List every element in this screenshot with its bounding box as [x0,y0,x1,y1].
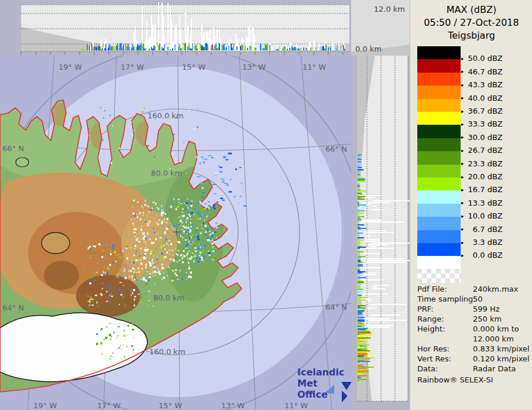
height-min-label: 0.0 km [355,45,382,53]
radar-map-image: 19° W17° W15° W13° W11° W19° W17° W15° W… [0,0,351,410]
scale-arrow-icon: ▸ [461,252,464,258]
info-label: Data: [417,364,438,373]
dbz-scale-entry: ▸46.7 dBZ [461,67,503,76]
scale-arrow-icon: ▸ [461,108,464,114]
radar-map-panel: 19° W17° W15° W13° W11° W19° W17° W15° W… [0,0,351,410]
map-grid-label: 64° N [325,303,347,312]
height-max-label: 12.0 km [374,5,405,13]
map-grid-label: 13° W [242,63,266,71]
small-icecap-outline [16,158,29,167]
info-label: Hor Res: [417,344,449,353]
info-value: 240km.max [473,285,518,293]
dbz-scale-entry: ▸33.3 dBZ [461,119,503,128]
small-icecap-outline [42,233,70,254]
scale-arrow-icon: ▸ [461,148,464,153]
scale-arrow-icon: ▸ [461,226,464,232]
map-grid-label: 17° W [97,401,121,410]
info-label: Time sampling: [417,295,476,303]
dbz-scale-entry: ▸43.3 dBZ [461,80,503,89]
info-value: 599 Hz [473,305,500,313]
info-label: Vert Res: [417,354,451,363]
radar-application-window: 19° W17° W15° W13° W11° W19° W17° W15° W… [0,0,532,410]
map-grid-label: 19° W [33,401,57,410]
map-grid-label: 19° W [59,63,82,71]
info-row: Data:Radar Data [417,364,531,374]
map-grid-label: 66° N [2,144,24,153]
dbz-scale-entry: ▸3.3 dBZ [461,238,503,247]
imo-logo-line2: Office [297,389,351,400]
info-value: 0.000 km to [473,324,519,333]
map-grid-label: 11° W [303,63,326,71]
dbz-scale-entry: ▸50.0 dBZ [461,54,503,63]
map-grid-label: 66° N [325,145,347,153]
scale-arrow-icon: ▸ [461,213,464,219]
dbz-scale-labels: ▸50.0 dBZ▸46.7 dBZ▸43.3 dBZ▸40.0 dBZ▸36.… [410,0,532,281]
dbz-scale-entry: ▸10.0 dBZ [461,211,503,220]
info-row: Height:0.000 km to [417,324,531,334]
scale-arrow-icon: ▸ [461,174,464,180]
info-label: PRF: [417,305,434,313]
map-grid-label: 80.0 km [151,169,182,177]
dbz-scale-entry: ▸16.7 dBZ [461,185,503,194]
map-grid-label: 15° W [182,63,205,71]
height-scale-box: 12.0 km 0.0 km [351,0,410,56]
ew-height-profile-panel [0,0,351,56]
map-grid-label: 64° N [2,303,24,312]
info-value: 12.000 km [473,334,514,343]
imo-logo-line1: Icelandic Met [297,367,351,389]
scale-arrow-icon: ▸ [461,121,464,127]
info-row: Vert Res:0.120 km/pixel [417,354,531,364]
info-label: Range: [417,315,444,323]
map-grid-label: 160.0 km [147,111,184,120]
info-value: 250 km [473,315,502,323]
scale-arrow-icon: ▸ [461,69,464,74]
dbz-scale-entry: ▸26.7 dBZ [461,146,503,155]
scale-arrow-icon: ▸ [461,56,464,62]
scale-arrow-icon: ▸ [461,160,464,166]
scale-arrow-icon: ▸ [461,200,464,206]
dbz-scale-entry: ▸30.0 dBZ [461,133,503,142]
info-value: Radar Data [473,364,516,373]
ew-profile-plot [0,0,351,56]
legend-panel: MAX (dBZ) 05:50 / 27-Oct-2018 Teigsbjarg… [410,0,532,410]
info-label: Pdf File: [417,285,447,293]
info-value: 50 [473,295,483,303]
map-grid-label: 160.0 km [149,347,186,356]
software-brand-label: Rainbow® SELEX-SI [417,375,493,384]
info-row: Pdf File:240km.max [417,285,531,295]
info-row: 12.000 km [417,334,531,344]
scale-arrow-icon: ▸ [461,240,464,245]
info-value: 0.120 km/pixel [473,354,530,363]
info-row: Range:250 km [417,315,531,324]
map-grid-label: 11° W [284,401,308,410]
dbz-scale-entry: ▸23.3 dBZ [461,159,503,168]
info-row: Time sampling:50 [417,295,531,305]
dbz-scale-entry: ▸36.7 dBZ [461,107,503,115]
dbz-scale-entry: ▸6.7 dBZ [461,225,503,234]
ns-profile-plot [351,56,410,410]
info-label: Height: [417,324,445,333]
scale-arrow-icon: ▸ [461,134,464,140]
map-grid-label: 15° W [159,401,182,410]
scale-arrow-icon: ▸ [461,187,464,193]
scale-arrow-icon: ▸ [461,95,464,101]
map-grid-label: 17° W [121,63,144,71]
dbz-scale-entry: ▸13.3 dBZ [461,199,503,207]
info-row: PRF:599 Hz [417,305,531,315]
dbz-scale-entry: ▸20.0 dBZ [461,172,503,181]
scale-arrow-icon: ▸ [461,82,464,88]
ns-height-profile-panel [351,56,410,410]
dbz-scale-entry: ▸40.0 dBZ [461,94,503,102]
dbz-scale-entry: ▸0.0 dBZ [461,251,503,259]
map-grid-label: 80.0 km [153,293,184,302]
map-grid-label: 13° W [221,401,245,410]
info-value: 0.833 km/pixel [473,344,530,353]
info-row: Hor Res:0.833 km/pixel [417,344,531,354]
imo-logo-text: Icelandic Met Office [297,367,351,400]
